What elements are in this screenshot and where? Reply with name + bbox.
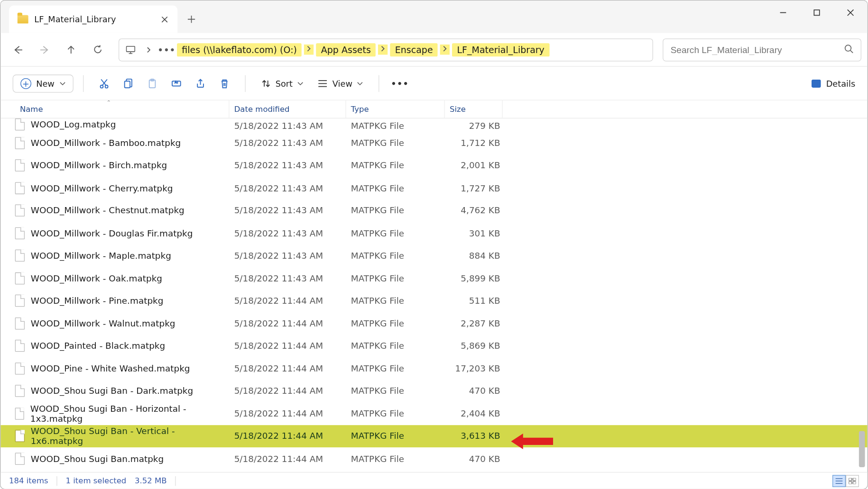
up-button[interactable]: [60, 38, 83, 61]
header-type[interactable]: Type: [346, 100, 445, 118]
file-name: WOOD_Millwork - Birch.matpkg: [31, 161, 167, 170]
file-size: 1,727 KB: [445, 183, 503, 193]
search-box[interactable]: [663, 38, 861, 61]
file-date: 5/18/2022 11:44 AM: [229, 454, 346, 463]
icons-view-button[interactable]: [846, 475, 859, 487]
chevron-right-icon[interactable]: [378, 45, 388, 55]
file-type: MATPKG File: [346, 138, 445, 148]
file-row[interactable]: WOOD_Log.matpkg 5/18/2022 11:43 AM MATPK…: [0, 118, 867, 132]
file-row[interactable]: WOOD_Millwork - Douglas Fir.matpkg5/18/2…: [0, 222, 867, 244]
file-name: WOOD_Millwork - Chestnut.matpkg: [31, 206, 185, 215]
file-date: 5/18/2022 11:43 AM: [229, 138, 346, 148]
file-row[interactable]: WOOD_Millwork - Maple.matpkg5/18/2022 11…: [0, 244, 867, 267]
file-icon: [15, 408, 24, 419]
file-icon: [15, 205, 25, 217]
file-icon: [15, 317, 25, 329]
new-tab-button[interactable]: [177, 5, 205, 33]
file-row[interactable]: WOOD_Millwork - Birch.matpkg5/18/2022 11…: [0, 154, 867, 177]
file-row[interactable]: WOOD_Painted - Black.matpkg5/18/2022 11:…: [0, 335, 867, 357]
file-row[interactable]: WOOD_Millwork - Pine.matpkg5/18/2022 11:…: [0, 290, 867, 312]
status-selected: 1 item selected: [65, 476, 126, 485]
file-row[interactable]: WOOD_Millwork - Cherry.matpkg5/18/2022 1…: [0, 177, 867, 199]
file-type: MATPKG File: [346, 454, 445, 463]
header-size[interactable]: Size: [445, 100, 503, 118]
file-icon: [15, 227, 25, 239]
breadcrumb-chevron-icon[interactable]: [141, 42, 157, 57]
details-button[interactable]: Details: [812, 79, 855, 88]
file-row[interactable]: WOOD_Millwork - Walnut.matpkg5/18/2022 1…: [0, 312, 867, 335]
plus-icon: +: [20, 78, 31, 89]
sort-button[interactable]: Sort: [255, 79, 309, 88]
explorer-window: LF_Material_Library: [0, 0, 868, 489]
more-button[interactable]: •••: [389, 72, 411, 94]
svg-rect-10: [849, 478, 851, 480]
scrollbar[interactable]: [858, 112, 866, 471]
file-row[interactable]: WOOD_Millwork - Chestnut.matpkg5/18/2022…: [0, 199, 867, 222]
new-button[interactable]: + New: [13, 74, 74, 92]
file-row[interactable]: WOOD_Pine - White Washed.matpkg5/18/2022…: [0, 357, 867, 380]
file-name: WOOD_Painted - Black.matpkg: [31, 341, 165, 351]
status-bar: 184 items 1 item selected 3.52 MB: [0, 472, 867, 489]
breadcrumb-segment[interactable]: Enscape: [390, 43, 438, 56]
file-type: MATPKG File: [346, 161, 445, 170]
paste-button[interactable]: [141, 72, 163, 94]
forward-button[interactable]: [33, 38, 56, 61]
file-icon: [15, 295, 25, 307]
file-icon: [15, 430, 25, 442]
svg-point-2: [845, 45, 851, 51]
file-type: MATPKG File: [346, 273, 445, 283]
file-type: MATPKG File: [346, 228, 445, 238]
file-name: WOOD_Shou Sugi Ban - Horizontal - 1x3.ma…: [30, 404, 230, 423]
new-label: New: [36, 79, 55, 88]
file-row[interactable]: WOOD_Millwork - Oak.matpkg5/18/2022 11:4…: [0, 267, 867, 290]
scroll-thumb[interactable]: [859, 431, 865, 467]
minimize-button[interactable]: [766, 0, 800, 25]
file-row[interactable]: WOOD_Shou Sugi Ban.matpkg5/18/2022 11:44…: [0, 447, 867, 466]
file-size: 1,712 KB: [445, 138, 503, 148]
file-date: 5/18/2022 11:43 AM: [229, 183, 346, 193]
search-input[interactable]: [671, 45, 839, 55]
copy-button[interactable]: [117, 72, 139, 94]
breadcrumb-segment[interactable]: LF_Material_Library: [452, 43, 549, 56]
file-row[interactable]: WOOD_Shou Sugi Ban - Horizontal - 1x3.ma…: [0, 402, 867, 425]
chevron-right-icon[interactable]: [440, 45, 450, 55]
tab-close-button[interactable]: [159, 14, 169, 24]
svg-rect-13: [853, 481, 856, 484]
view-button[interactable]: View: [312, 79, 369, 88]
rename-button[interactable]: [165, 72, 187, 94]
file-size: 3,613 KB: [445, 431, 503, 441]
file-icon: [15, 118, 25, 130]
refresh-button[interactable]: [86, 38, 109, 61]
breadcrumb-segment[interactable]: App Assets: [316, 43, 376, 56]
file-type: MATPKG File: [346, 296, 445, 306]
status-size: 3.52 MB: [135, 476, 167, 485]
details-view-button[interactable]: [832, 475, 846, 487]
file-date: 5/18/2022 11:43 AM: [229, 206, 346, 215]
share-button[interactable]: [189, 72, 211, 94]
file-row[interactable]: WOOD_Shou Sugi Ban - Vertical - 1x6.matp…: [0, 425, 867, 448]
file-date: 5/18/2022 11:43 AM: [229, 161, 346, 170]
file-type: MATPKG File: [346, 363, 445, 373]
file-row[interactable]: WOOD_Shou Sugi Ban - Dark.matpkg5/18/202…: [0, 380, 867, 402]
file-name: WOOD_Pine - White Washed.matpkg: [31, 363, 190, 373]
file-name: WOOD_Millwork - Bamboo.matpkg: [31, 138, 181, 148]
maximize-button[interactable]: [800, 0, 834, 25]
chevron-right-icon[interactable]: [304, 45, 314, 55]
titlebar: LF_Material_Library: [0, 0, 867, 33]
file-size: 2,404 KB: [445, 409, 503, 418]
cut-button[interactable]: [93, 72, 115, 94]
header-date[interactable]: Date modified: [229, 100, 346, 118]
breadcrumb-segment[interactable]: files (\\lakeflato.com) (O:): [177, 43, 302, 56]
file-date: 5/18/2022 11:43 AM: [229, 273, 346, 283]
file-row[interactable]: WOOD_Millwork - Bamboo.matpkg5/18/2022 1…: [0, 132, 867, 154]
close-button[interactable]: [834, 0, 868, 25]
window-tab[interactable]: LF_Material_Library: [9, 5, 177, 33]
breadcrumb[interactable]: ••• files (\\lakeflato.com) (O:) App Ass…: [119, 38, 653, 61]
pc-icon[interactable]: [123, 42, 139, 57]
file-date: 5/18/2022 11:43 AM: [229, 251, 346, 260]
back-button[interactable]: [7, 38, 29, 61]
header-name[interactable]: Name: [15, 100, 230, 118]
breadcrumb-more-icon[interactable]: •••: [159, 42, 175, 57]
file-date: 5/18/2022 11:44 AM: [229, 386, 346, 396]
delete-button[interactable]: [213, 72, 235, 94]
